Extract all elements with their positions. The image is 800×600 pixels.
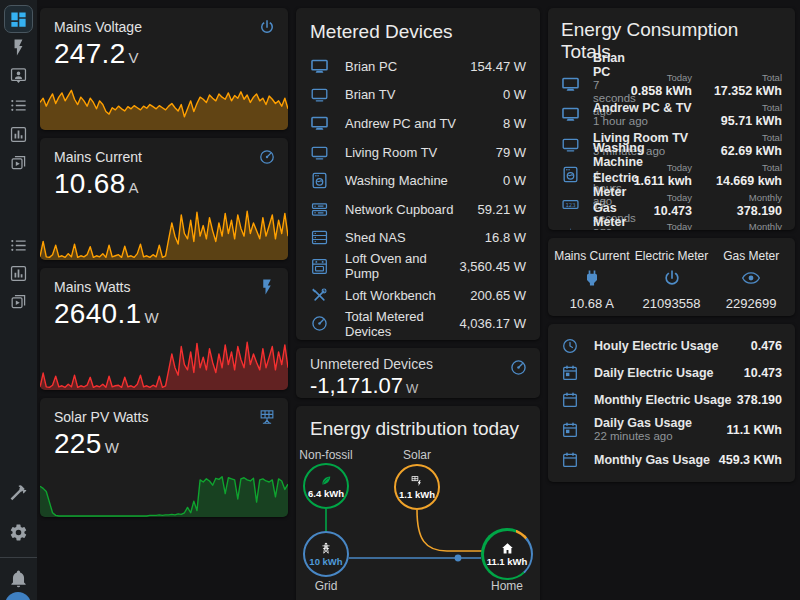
usage-row[interactable]: Monthly Electric Usage378.190 [561,386,782,413]
usage-info: Monthly Gas Usage [594,453,719,467]
glance-item-gas-meter[interactable]: Gas Meter2292699 [711,249,791,316]
stat-column: Monthly378.190 [692,192,782,218]
sidebar-item-person[interactable] [4,63,33,87]
sidebar-item-lovelace-list-2[interactable] [4,233,33,257]
device-name: Loft Oven and Pump [345,251,460,281]
sidebar-item-charts-2[interactable] [4,261,33,285]
sidebar-item-energy[interactable] [4,35,33,59]
home-value: 11.1 kWh [487,556,528,567]
device-power-value: 8 W [503,116,526,131]
device-name: Shed NAS [345,230,485,245]
metered-devices-title: Metered Devices [310,21,526,43]
sensor-card-mains-current[interactable]: Mains Current10.68A [40,138,288,260]
solar-node: 1.1 kWh [394,464,440,510]
desktop-icon [310,57,329,76]
device-name: Brian PC [593,51,614,79]
calendar-icon [561,391,579,409]
stat-value: 14.669 kwh [692,174,782,188]
usage-row[interactable]: Monthly Gas Usage459.3 KWh [561,446,782,473]
washing-machine-icon [310,171,329,190]
tools-icon [310,286,329,305]
stat-value: 62.69 kWh [692,144,782,158]
flow-dot [455,555,462,562]
user-avatar[interactable] [5,592,31,600]
sidebar-item-dashboard[interactable] [4,5,33,33]
usage-label: Monthly Gas Usage [594,453,719,467]
metered-device-row[interactable]: Brian TV0 W [310,81,526,110]
device-info: Andrew PC & TV1 hour ago [593,101,692,128]
metered-device-row[interactable]: Loft Oven and Pump3,560.45 W [310,252,526,281]
sensor-card-mains-watts[interactable]: Mains Watts2640.1W [40,268,288,390]
stat-header: Monthly [692,192,782,204]
nonfossil-node: 6.4 kWh [303,463,349,509]
usage-row[interactable]: Daily Electric Usage10.473 [561,359,782,386]
sensor-card-solar-pv-watts[interactable]: Solar PV Watts225W [40,398,288,517]
usage-row[interactable]: Houly Electric Usage0.476 [561,332,782,359]
washing-machine-icon [561,165,580,184]
metered-device-row[interactable]: Shed NAS16.8 W [310,224,526,253]
unmetered-devices-title: Unmetered Devices [310,356,526,372]
stat-header: Today [614,221,692,230]
sidebar-item-lovelace-list-1[interactable] [4,93,33,117]
consumption-total-row[interactable]: Gas Meter22 minutes agoToday11.1 KWhMont… [561,219,782,230]
tv-icon [310,143,329,162]
metered-device-row[interactable]: Brian PC154.47 W [310,52,526,81]
calendar-today-icon [561,421,579,439]
middle-column: Metered Devices Brian PC154.47 WBrian TV… [296,8,540,600]
metered-device-row[interactable]: Network Cupboard59.21 W [310,195,526,224]
sidebar-item-media-2[interactable] [4,289,33,313]
unmetered-devices-value: -1,171.07W [310,373,526,399]
glance-item-electric-meter[interactable]: Electric Meter21093558 [632,249,712,316]
glance-value: 2292699 [711,296,791,311]
sidebar-item-settings[interactable] [4,520,33,544]
device-name: Brian PC [345,59,470,74]
sensor-sparkline [40,464,288,517]
nas-icon [310,228,329,247]
device-name: Washing Machine [345,173,503,188]
plug-icon [582,268,602,288]
sidebar-item-developer-tools[interactable] [4,480,33,504]
usage-row[interactable]: Daily Gas Usage22 minutes ago11.1 KWh [561,413,782,446]
stove-icon [310,257,329,276]
metered-device-row[interactable]: Living Room TV79 W [310,138,526,167]
metered-device-row[interactable]: Loft Workbench200.65 W [310,281,526,310]
sidebar-item-media-1[interactable] [4,150,33,174]
consumption-total-row[interactable]: Andrew PC & TV1 hour agoTotal95.71 kWh [561,100,782,130]
glance-value: 10.68 A [552,296,632,311]
sensor-card-title: Mains Voltage [54,19,142,35]
solar-panel-icon [258,408,276,426]
device-name: Network Cupboard [345,202,478,217]
usage-value: 378.190 [737,393,782,407]
sidebar-item-charts-1[interactable] [4,122,33,146]
stat-column: Total62.69 kWh [692,132,782,158]
stat-value: 378.190 [692,204,782,218]
glance-label: Electric Meter [632,249,712,263]
consumption-total-row[interactable]: Brian PC7 seconds agoToday0.858 kWhTotal… [561,70,782,100]
fire-icon [561,225,580,230]
sensor-card-value: 225W [40,426,288,460]
sensor-card-mains-voltage[interactable]: Mains Voltage247.2V [40,8,288,130]
solar-value: 1.1 kWh [399,489,435,500]
energy-distribution-card: Energy distribution today Non-fossil Sol… [296,406,540,600]
transmission-tower-icon [319,541,333,555]
usage-label: Daily Electric Usage [594,366,744,380]
unmetered-devices-card[interactable]: Unmetered Devices -1,171.07W [296,348,540,398]
stat-column: Monthly459.3 KWh [692,221,782,230]
home-node: 11.1 kWh [481,528,533,580]
glance-item-mains-current[interactable]: Mains Current10.68 A [552,249,632,316]
stat-header: Today [614,192,692,204]
unmetered-unit: W [406,381,418,396]
usage-value: 10.473 [744,366,782,380]
metered-device-row[interactable]: Andrew PC and TV8 W [310,109,526,138]
stat-column: Total95.71 kWh [692,102,782,128]
grid-node: 10 kWh [303,531,349,577]
metered-device-row[interactable]: Total Metered Devices4,036.17 W [310,309,526,338]
flash-icon [258,278,276,296]
stat-value: 0.858 kWh [614,84,692,98]
gauge-icon [509,358,528,377]
metered-devices-list: Brian PC154.47 WBrian TV0 WAndrew PC and… [310,52,526,338]
stat-column: Total17.352 kWh [692,72,782,98]
sidebar-item-notifications[interactable] [4,566,33,590]
last-updated: 22 minutes ago [594,430,726,443]
metered-device-row[interactable]: Washing Machine0 W [310,166,526,195]
